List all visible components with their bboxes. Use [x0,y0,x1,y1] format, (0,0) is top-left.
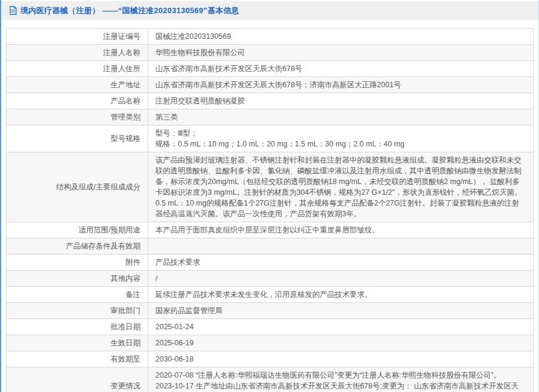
row-value-line: 2020-07-08 “注册人名称:华熙福瑞达生物医药有限公司”变更为“注册人名… [155,370,526,381]
row-value: 型号：Ⅲ型；规格：0.5 mL：10 mg；1.0 mL：20 mg；1.5 m… [148,125,534,152]
row-label: 审批部门 [7,303,148,319]
table-row: 注册人名称 华熙生物科技股份有限公司 [7,45,534,61]
row-label: 其他内容 [7,271,148,287]
row-value: 2025-06-19 [148,335,534,351]
table-row: 其他内容 / [7,271,534,287]
row-label: 有效期至 [7,351,148,368]
table-row: 注册人住所 山东省济南市高新技术开发区天辰大街678号 [7,61,534,77]
row-value-line: 国家药品监督管理局 [155,305,526,316]
table-row: 产品名称 注射用交联透明质酸钠凝胶 [7,93,534,109]
table-row: 批准日期 2025-01-24 [7,319,534,335]
row-value-line: 该产品由预灌封玻璃注射器、不锈钢注射针和封装在注射器中的凝胶颗粒悬液组成。凝胶颗… [155,155,526,219]
row-label: 生效日期 [7,335,148,351]
row-label: 管理类别 [7,109,148,125]
row-label-text: 适用范围/预期用途 [79,226,140,234]
row-value: 延续注册产品技术要求未发生变化，沿用原核发的产品技术要求。 [148,287,534,303]
row-label-text: 注册证编号 [103,32,141,41]
row-label-text: 有效期至 [111,355,140,363]
row-value-line: 2023-10-17 生产地址由山东省济南市高新技术开发区天辰大街678号;变更… [155,381,526,392]
table-row: 有效期至 2030-06-18 [7,351,534,368]
row-value-line: / [155,273,526,284]
row-label: 变更情况 [7,368,148,392]
row-label: 注册证编号 [7,29,148,45]
table-row: 变更情况 2020-07-08 “注册人名称:华熙福瑞达生物医药有限公司”变更为… [7,368,534,392]
row-label: 结构及组成/主要组成成分 [7,152,148,222]
row-value: 该产品由预灌封玻璃注射器、不锈钢注射针和封装在注射器中的凝胶颗粒悬液组成。凝胶颗… [148,152,534,222]
info-table: 注册证编号 国械注准20203130569 注册人名称 华熙生物科技股份有限公司… [6,28,534,392]
row-label-text: 备注 [125,290,140,299]
row-label: 产品名称 [7,93,148,109]
table-row: 适用范围/预期用途 本产品用于面部真皮组织中层至深层注射以纠正中重度鼻唇部皱纹。 [7,222,534,238]
row-value: 2025-01-24 [148,319,534,335]
row-label-text: 生效日期 [111,339,140,347]
row-label: 适用范围/预期用途 [7,222,148,238]
row-value: 第三类 [148,109,534,125]
table-row: 备注 延续注册产品技术要求未发生变化，沿用原核发的产品技术要求。 [7,287,534,303]
row-value-line: 延续注册产品技术要求未发生变化，沿用原核发的产品技术要求。 [155,289,526,300]
table-row: 注册证编号 国械注准20203130569 [7,29,534,45]
row-label-text: 注册人住所 [103,65,141,73]
row-value: 国械注准20203130569 [148,29,534,45]
row-value-line: 第三类 [155,112,526,122]
row-value-line: 2025-06-19 [155,338,526,348]
row-value: 产品技术要求 [148,255,534,271]
row-value-line: 国械注准20203130569 [155,31,526,42]
row-label-text: 型号规格 [111,134,140,143]
row-value-line: 规格：0.5 mL：10 mg；1.0 mL：20 mg；1.5 mL：30 m… [155,139,526,149]
info-table-body: 注册证编号 国械注准20203130569 注册人名称 华熙生物科技股份有限公司… [7,29,534,392]
row-value: 山东省济南市高新技术开发区天辰大街678号；济南市高新区大正路2001号 [148,77,534,93]
row-value-line: 本产品用于面部真皮组织中层至深层注射以纠正中重度鼻唇部皱纹。 [155,225,526,235]
table-row: 生产地址 山东省济南市高新技术开发区天辰大街678号；济南市高新区大正路2001… [7,77,534,93]
row-label: 产品储存条件及有效期 [7,238,148,255]
table-row: 管理类别 第三类 [7,109,534,125]
row-label-text: 生产地址 [111,81,140,89]
row-label: 批准日期 [7,319,148,335]
row-value: 2020-07-08 “注册人名称:华熙福瑞达生物医药有限公司”变更为“注册人名… [148,368,534,392]
table-row: 生效日期 2025-06-19 [7,335,534,351]
table-row: 型号规格 型号：Ⅲ型；规格：0.5 mL：10 mg；1.0 mL：20 mg；… [7,125,534,152]
row-label-text: 批准日期 [111,323,140,331]
row-value: / [148,271,534,287]
row-value-line: 产品技术要求 [155,257,526,268]
row-value-line: 注射用交联透明质酸钠凝胶 [155,96,526,106]
row-value: 本产品用于面部真皮组织中层至深层注射以纠正中重度鼻唇部皱纹。 [148,222,534,238]
row-value-line: 2030-06-18 [155,354,526,365]
row-label: 注册人住所 [7,61,148,77]
row-value-line: 山东省济南市高新技术开发区天辰大街678号 [155,63,526,74]
document-icon [9,6,17,15]
table-row: 审批部门 国家药品监督管理局 [7,303,534,319]
row-value [148,238,534,255]
row-label-text: 其他内容 [111,274,140,283]
row-value-line: 型号：Ⅲ型； [155,128,526,139]
row-label-text: 管理类别 [111,113,140,121]
page: 境内医疗器械（注册） ——“国械注准20203130569”基本信息 注册证编号… [1,1,538,392]
row-label-text: 注册人名称 [103,48,141,57]
row-label-text: 附件 [125,258,140,267]
table-row: 附件 产品技术要求 [7,255,534,271]
row-label-text: 结构及组成/主要组成成分 [56,183,140,191]
row-label: 生产地址 [7,77,148,93]
page-title: 境内医疗器械（注册） ——“国械注准20203130569”基本信息 [20,5,239,16]
row-value: 山东省济南市高新技术开发区天辰大街678号 [148,61,534,77]
row-value: 华熙生物科技股份有限公司 [148,45,534,61]
row-label-text: 产品名称 [111,97,140,105]
row-label: 注册人名称 [7,45,148,61]
row-label-text: 产品储存条件及有效期 [66,242,140,250]
page-header: 境内医疗器械（注册） ——“国械注准20203130569”基本信息 [1,1,538,20]
row-value-line: 2025-01-24 [155,321,526,332]
row-value: 国家药品监督管理局 [148,303,534,319]
row-value-line: 华熙生物科技股份有限公司 [155,47,526,58]
table-row: 产品储存条件及有效期 [7,238,534,255]
row-value: 注射用交联透明质酸钠凝胶 [148,93,534,109]
row-label-text: 审批部门 [111,307,140,315]
row-label: 型号规格 [7,125,148,152]
row-label-text: 变更情况 [111,382,140,390]
row-label: 备注 [7,287,148,303]
table-row: 结构及组成/主要组成成分 该产品由预灌封玻璃注射器、不锈钢注射针和封装在注射器中… [7,152,534,222]
row-value-line: 山东省济南市高新技术开发区天辰大街678号；济南市高新区大正路2001号 [155,79,526,90]
row-value: 2030-06-18 [148,351,534,368]
row-label: 附件 [7,255,148,271]
